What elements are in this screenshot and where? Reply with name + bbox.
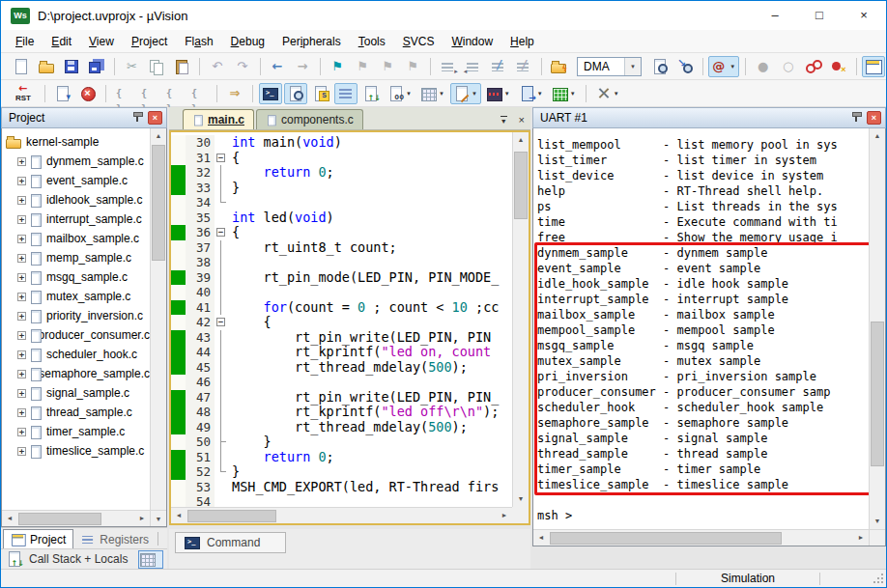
uart-terminal[interactable]: list_mempool - list memory pool in sysli… — [532, 128, 886, 546]
tree-item-timer_sample-c[interactable]: +timer_sample.c — [2, 422, 150, 441]
uart-hscrollbar[interactable]: ◄ ► — [533, 529, 869, 546]
run-icon[interactable] — [51, 83, 74, 104]
tree-item-idlehook_sample-c[interactable]: +idlehook_sample.c — [2, 190, 150, 210]
close-panel-icon[interactable]: × — [148, 111, 162, 125]
tree-item-producer_consumer-c[interactable]: +producer_consumer.c — [2, 325, 150, 345]
save-icon[interactable] — [60, 56, 83, 77]
comment-icon[interactable] — [487, 56, 510, 77]
reset-cpu-icon[interactable] — [10, 83, 39, 104]
save-all-icon[interactable] — [85, 56, 108, 77]
watch-window-icon[interactable]: ▼ — [385, 83, 415, 104]
project-tree-hscrollbar[interactable]: ◄ ► — [2, 510, 150, 526]
menu-peripherals[interactable]: Peripherals — [273, 32, 350, 51]
flash-options-icon[interactable]: ϟ — [547, 56, 570, 77]
tree-item-event_sample-c[interactable]: +event_sample.c — [2, 171, 150, 190]
tree-item-memp_sample-c[interactable]: +memp_sample.c — [2, 248, 150, 267]
toolbox-icon[interactable]: ▼ — [549, 83, 580, 104]
redo-icon[interactable]: ↷ — [231, 56, 254, 77]
tree-item-mailbox_sample-c[interactable]: +mailbox_sample.c — [2, 229, 150, 248]
resize-grip-icon[interactable] — [871, 571, 886, 586]
combo-dropdown-icon[interactable]: ▼ — [624, 58, 641, 75]
menu-edit[interactable]: Edit — [43, 32, 80, 51]
menu-debug[interactable]: Debug — [222, 32, 273, 51]
scroll-right-icon[interactable]: ► — [497, 508, 512, 523]
menu-file[interactable]: File — [7, 32, 43, 51]
menu-help[interactable]: Help — [501, 32, 543, 51]
expand-icon[interactable]: + — [17, 389, 26, 398]
bookmark-prev-icon[interactable]: ⚑ — [376, 56, 399, 77]
menu-tools[interactable]: Tools — [350, 32, 394, 51]
memory-window-button[interactable] — [138, 550, 163, 569]
scroll-down-icon[interactable]: ▼ — [150, 510, 166, 526]
expand-icon[interactable]: + — [17, 312, 26, 321]
command-window-icon[interactable] — [259, 83, 282, 104]
editor-tab-components-c[interactable]: components.c — [256, 109, 363, 129]
memory-window-icon[interactable]: ▼ — [417, 83, 448, 104]
expand-icon[interactable]: + — [17, 350, 26, 359]
new-file-icon[interactable] — [10, 56, 33, 77]
tree-item-scheduler_hook-c[interactable]: +scheduler_hook.c — [2, 345, 150, 364]
tree-item-semaphore_sample-c[interactable]: +semaphore_sample.c — [2, 364, 150, 383]
scroll-thumb[interactable] — [152, 145, 165, 261]
show-next-statement-icon[interactable]: ⇒ — [223, 83, 246, 104]
close-button[interactable]: × — [842, 1, 886, 30]
scroll-thumb[interactable] — [871, 322, 884, 466]
expand-icon[interactable]: + — [17, 254, 26, 263]
callstack-bar[interactable]: Call Stack + Locals — [1, 548, 167, 569]
open-file-icon[interactable] — [35, 56, 58, 77]
tree-item-timeslice_sample-c[interactable]: +timeslice_sample.c — [2, 441, 150, 461]
project-tree-vscrollbar[interactable]: ▲ — [150, 128, 166, 510]
scroll-thumb[interactable] — [187, 510, 276, 522]
cut-icon[interactable]: ✂ — [120, 56, 143, 77]
tree-item-msgq_sample-c[interactable]: +msgq_sample.c — [2, 267, 150, 287]
expand-icon[interactable]: + — [17, 447, 26, 456]
menu-window[interactable]: Window — [443, 32, 501, 51]
menu-flash[interactable]: Flash — [176, 32, 221, 51]
close-document-icon[interactable]: × — [519, 114, 525, 126]
indent-icon[interactable] — [437, 56, 460, 77]
panel-tab-registers[interactable]: Registers — [73, 529, 156, 549]
minimize-button[interactable]: – — [753, 1, 797, 30]
editor-hscrollbar[interactable]: ◄ ► — [171, 507, 512, 523]
debug-tools-icon[interactable]: ▼ — [592, 83, 623, 104]
close-panel-icon[interactable]: × — [867, 111, 881, 125]
uart-vscrollbar[interactable]: ▲ ▼ — [869, 128, 885, 529]
system-viewer-icon[interactable]: ▼ — [516, 83, 547, 104]
disassembly-window-icon[interactable] — [284, 83, 307, 104]
window-layout-icon[interactable] — [862, 56, 885, 77]
expand-icon[interactable]: + — [17, 408, 26, 417]
navigate-back-icon[interactable]: ← — [266, 56, 289, 77]
step-over-icon[interactable] — [137, 83, 160, 104]
breakpoint-clear-all-icon[interactable] — [827, 56, 850, 77]
fold-collapse-icon[interactable]: − — [216, 228, 225, 237]
scroll-left-icon[interactable]: ◄ — [2, 511, 17, 526]
expand-icon[interactable]: + — [17, 370, 26, 378]
expand-icon[interactable]: + — [17, 235, 26, 243]
panel-tab-project[interactable]: Project — [3, 529, 73, 549]
undo-icon[interactable]: ↶ — [206, 56, 229, 77]
tree-item-mutex_sample-c[interactable]: +mutex_sample.c — [2, 287, 150, 306]
expand-icon[interactable]: + — [17, 331, 26, 340]
expand-icon[interactable]: + — [17, 273, 26, 282]
fold-collapse-icon[interactable]: − — [216, 318, 225, 326]
expand-icon[interactable]: + — [17, 428, 26, 436]
uncomment-icon[interactable] — [512, 56, 535, 77]
tree-item-signal_sample-c[interactable]: +signal_sample.c — [2, 383, 150, 403]
menu-project[interactable]: Project — [123, 32, 176, 51]
expand-icon[interactable]: + — [17, 215, 26, 224]
bookmark-clear-icon[interactable]: ⚑ — [401, 56, 424, 77]
scroll-down-icon[interactable]: ▼ — [870, 514, 885, 529]
expand-icon[interactable]: + — [17, 177, 26, 185]
scroll-right-icon[interactable]: ► — [853, 530, 869, 546]
tree-root-kernel-sample[interactable]: kernel-sample — [2, 132, 150, 152]
command-tab[interactable]: Command — [175, 532, 286, 553]
maximize-button[interactable]: □ — [797, 1, 842, 30]
target-select-combo[interactable]: DMA▼ — [577, 57, 642, 76]
step-into-icon[interactable] — [112, 83, 135, 104]
symbol-search-icon[interactable]: ▼ — [708, 56, 739, 77]
copy-icon[interactable] — [145, 56, 168, 77]
breakpoint-kill-all-icon[interactable] — [802, 56, 825, 77]
bookmark-next-icon[interactable]: ⚑ — [351, 56, 374, 77]
expand-icon[interactable]: + — [17, 196, 26, 205]
step-out-icon[interactable] — [162, 83, 186, 104]
